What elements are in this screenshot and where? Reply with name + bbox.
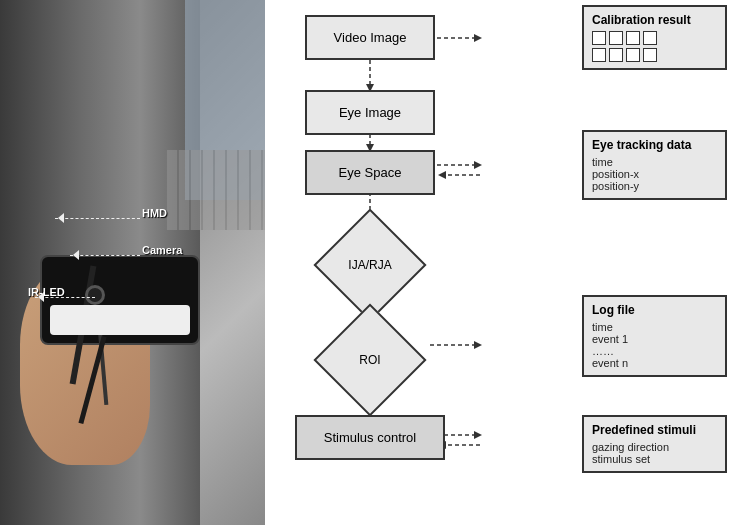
calib-cell-8	[643, 48, 657, 62]
calib-cell-3	[626, 31, 640, 45]
camera-arrow	[73, 250, 79, 260]
log-event1: event 1	[592, 333, 717, 345]
svg-marker-17	[474, 341, 482, 349]
predefined-title: Predefined stimuli	[592, 423, 717, 437]
eye-tracking-box: Eye tracking data time position-x positi…	[582, 130, 727, 200]
calib-cell-1	[592, 31, 606, 45]
eye-tracking-pos-y: position-y	[592, 180, 717, 192]
eye-tracking-time: time	[592, 156, 717, 168]
diagram-panel: Video Image Eye Image Eye Space IJA/RJA …	[265, 0, 732, 525]
eye-image-label: Eye Image	[339, 105, 401, 120]
log-dots: ……	[592, 345, 717, 357]
hmd-label: HMD	[142, 207, 167, 219]
predefined-gazing: gazing direction	[592, 441, 717, 453]
calib-cell-2	[609, 31, 623, 45]
hmd-dashed-line	[55, 218, 140, 219]
eye-image-box: Eye Image	[305, 90, 435, 135]
stimulus-control-box: Stimulus control	[295, 415, 445, 460]
ija-rja-container: IJA/RJA	[330, 225, 410, 305]
eye-space-label: Eye Space	[339, 165, 402, 180]
stimulus-control-label: Stimulus control	[324, 430, 416, 445]
camera-label: Camera	[142, 244, 182, 256]
svg-marker-15	[438, 171, 446, 179]
calib-cell-5	[592, 48, 606, 62]
eye-tracking-pos-x: position-x	[592, 168, 717, 180]
ija-rja-label: IJA/RJA	[348, 258, 391, 272]
irled-arrow	[38, 292, 44, 302]
photo-panel: HMD Camera IR-LED	[0, 0, 265, 525]
irled-label: IR-LED	[28, 286, 65, 298]
video-image-box: Video Image	[305, 15, 435, 60]
camera-dashed-line	[70, 255, 140, 256]
eye-tracking-title: Eye tracking data	[592, 138, 717, 152]
log-file-box: Log file time event 1 …… event n	[582, 295, 727, 377]
predefined-stimuli-box: Predefined stimuli gazing direction stim…	[582, 415, 727, 473]
svg-marker-21	[474, 431, 482, 439]
photo-background	[0, 0, 265, 525]
predefined-stimulus: stimulus set	[592, 453, 717, 465]
hmd-arrow	[58, 213, 64, 223]
log-eventn: event n	[592, 357, 717, 369]
log-time: time	[592, 321, 717, 333]
svg-marker-11	[474, 34, 482, 42]
roi-label: ROI	[359, 353, 380, 367]
calib-cell-6	[609, 48, 623, 62]
eye-space-box: Eye Space	[305, 150, 435, 195]
calib-cell-7	[626, 48, 640, 62]
calibration-title: Calibration result	[592, 13, 717, 27]
video-image-label: Video Image	[334, 30, 407, 45]
calib-cell-4	[643, 31, 657, 45]
calibration-box: Calibration result	[582, 5, 727, 70]
calibration-grid	[592, 31, 717, 62]
log-file-title: Log file	[592, 303, 717, 317]
svg-marker-13	[474, 161, 482, 169]
roi-container: ROI	[330, 320, 410, 400]
